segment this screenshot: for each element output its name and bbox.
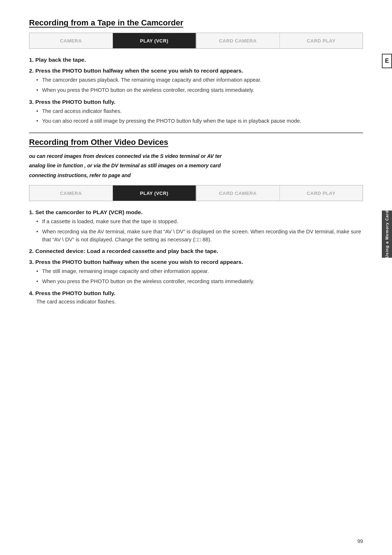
- bullet-item: The still image, remaining image capacit…: [36, 268, 363, 276]
- step1-2-heading: 2. Press the PHOTO button halfway when t…: [29, 68, 363, 74]
- mode-btn-card-camera-1[interactable]: CARD CAMERA: [196, 33, 280, 48]
- mode-btn-camera-2[interactable]: CAMERA: [29, 185, 113, 201]
- mode-btn-play-2[interactable]: PLAY (VCR): [113, 185, 196, 201]
- section1-content: 1. Play back the tape. 2. Press the PHOT…: [29, 57, 363, 125]
- step2-2-heading: 2. Connected device: Load a recorded cas…: [29, 248, 363, 254]
- bullet-item: You can also record a still image by pre…: [36, 117, 363, 125]
- step2-3-text: Press the PHOTO button halfway when the …: [35, 259, 243, 265]
- step2-1-number: 1.: [29, 209, 35, 215]
- step2-4-text: Press the PHOTO button fully.: [35, 290, 115, 296]
- step1-3-bullets: The card access indicator flashes. You c…: [36, 107, 363, 126]
- step2-3-bullets: The still image, remaining image capacit…: [36, 268, 363, 286]
- step2-1-text: Set the camcorder to PLAY (VCR) mode.: [35, 209, 142, 215]
- step2-4-subtext: The card access indicator flashes.: [36, 299, 363, 305]
- step2-2-number: 2.: [29, 248, 35, 254]
- mode-btn-card-camera-2[interactable]: CARD CAMERA: [196, 185, 280, 201]
- italic-note-1: ou can record images from devices connec…: [29, 152, 363, 160]
- step1-3-heading: 3. Press the PHOTO button fully.: [29, 99, 363, 105]
- step2-2-text: Connected device: Load a recorded casset…: [35, 248, 218, 254]
- italic-note-2: analog line in function , or via the DV …: [29, 162, 363, 170]
- bullet-item: The camcorder pauses playback. The remai…: [36, 76, 363, 84]
- italic-note-3: connecting instructions, refer to page a…: [29, 171, 363, 179]
- mode-btn-camera-1[interactable]: CAMERA: [29, 33, 113, 48]
- page-container: Recording from a Tape in the Camcorder C…: [0, 0, 392, 555]
- step1-3-number: 3.: [29, 99, 35, 105]
- step1-1-text: Play back the tape.: [35, 57, 86, 63]
- page-number: 99: [357, 538, 363, 544]
- section-divider: [29, 132, 363, 133]
- step1-2-bullets: The camcorder pauses playback. The remai…: [36, 76, 363, 94]
- bullet-item: If a cassette is loaded, make sure that …: [36, 218, 363, 226]
- section1-title: Recording from a Tape in the Camcorder: [29, 18, 363, 28]
- step1-1-number: 1.: [29, 57, 35, 63]
- bullet-item: The card access indicator flashes.: [36, 107, 363, 115]
- bullet-item: When you press the PHOTO button on the w…: [36, 278, 363, 286]
- step2-1-bullets: If a cassette is loaded, make sure that …: [36, 218, 363, 244]
- side-tab-text: Using a Memory Card: [385, 210, 389, 258]
- step2-4-number: 4.: [29, 290, 35, 296]
- step2-3-heading: 3. Press the PHOTO button halfway when t…: [29, 259, 363, 265]
- step1-1-heading: 1. Play back the tape.: [29, 57, 363, 63]
- step1-2-text: Press the PHOTO button halfway when the …: [35, 68, 243, 74]
- mode-btn-card-play-2[interactable]: CARD PLAY: [280, 185, 363, 201]
- mode-btn-play-1[interactable]: PLAY (VCR): [113, 33, 196, 48]
- step2-3-number: 3.: [29, 259, 35, 265]
- section2-content: 1. Set the camcorder to PLAY (VCR) mode.…: [29, 209, 363, 305]
- mode-bar-2: CAMERA PLAY (VCR) CARD CAMERA CARD PLAY: [29, 185, 363, 201]
- step1-2-number: 2.: [29, 68, 35, 74]
- step2-1-heading: 1. Set the camcorder to PLAY (VCR) mode.: [29, 209, 363, 216]
- step1-3-text: Press the PHOTO button fully.: [35, 99, 115, 105]
- mode-bar-1: CAMERA PLAY (VCR) CARD CAMERA CARD PLAY: [29, 33, 363, 49]
- side-tab: Using a Memory Card: [382, 211, 392, 258]
- bullet-item: When recording via the AV terminal, make…: [36, 228, 363, 244]
- section2-title: Recording from Other Video Devices: [29, 138, 363, 147]
- bullet-item: When you press the PHOTO button on the w…: [36, 86, 363, 94]
- step2-4-heading: 4. Press the PHOTO button fully.: [29, 290, 363, 297]
- letter-e-tab: E: [382, 54, 392, 68]
- mode-btn-card-play-1[interactable]: CARD PLAY: [280, 33, 363, 48]
